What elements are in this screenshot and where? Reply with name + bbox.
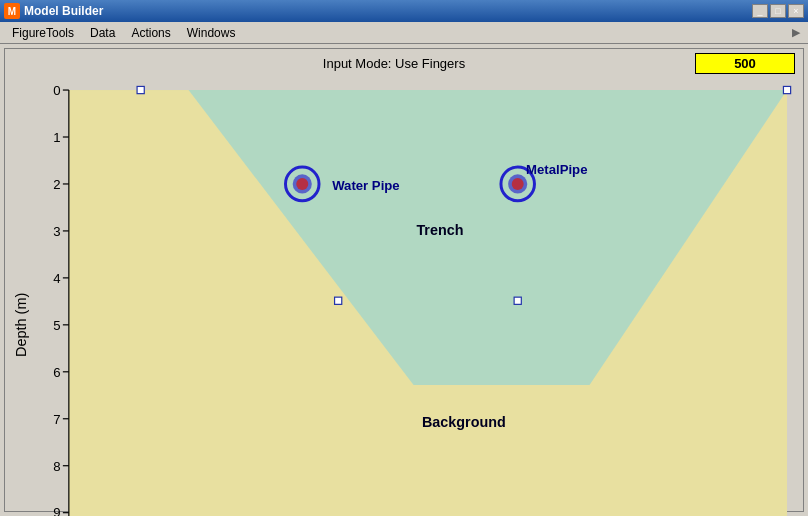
svg-text:8: 8 xyxy=(53,458,60,473)
frequency-display: 500 xyxy=(695,53,795,74)
menu-bar: FigureTools Data Actions Windows ▶ xyxy=(0,22,808,44)
svg-text:9: 9 xyxy=(53,505,60,516)
menu-figuretools[interactable]: FigureTools xyxy=(4,24,82,42)
menu-data[interactable]: Data xyxy=(82,24,123,42)
svg-text:7: 7 xyxy=(53,412,60,427)
maximize-button[interactable]: □ xyxy=(770,4,786,18)
y-axis-label: Depth (m) xyxy=(13,293,29,357)
menu-actions[interactable]: Actions xyxy=(123,24,178,42)
svg-text:5: 5 xyxy=(53,318,60,333)
svg-rect-55 xyxy=(783,86,790,93)
window-title: Model Builder xyxy=(24,4,103,18)
chart-svg: 0 2 4 6 8 10 12 14 16 xyxy=(9,78,799,516)
water-pipe-label: Water Pipe xyxy=(332,178,399,193)
menu-windows[interactable]: Windows xyxy=(179,24,244,42)
svg-point-50 xyxy=(296,178,308,190)
svg-point-53 xyxy=(512,178,524,190)
svg-text:2: 2 xyxy=(53,177,60,192)
svg-text:1: 1 xyxy=(53,130,60,145)
close-button[interactable]: × xyxy=(788,4,804,18)
svg-text:3: 3 xyxy=(53,224,60,239)
minimize-button[interactable]: _ xyxy=(752,4,768,18)
svg-rect-57 xyxy=(514,297,521,304)
app-icon: M xyxy=(4,3,20,19)
metal-pipe-label: MetalPipe xyxy=(526,162,587,177)
scroll-indicator: ▶ xyxy=(792,26,800,39)
svg-text:6: 6 xyxy=(53,365,60,380)
svg-rect-54 xyxy=(137,86,144,93)
input-mode-label: Input Mode: Use Fingers xyxy=(93,56,695,71)
title-bar: M Model Builder _ □ × xyxy=(0,0,808,22)
svg-text:4: 4 xyxy=(53,271,60,286)
plot-area: Input Mode: Use Fingers 500 xyxy=(4,48,804,512)
chart-container[interactable]: 0 2 4 6 8 10 12 14 16 xyxy=(9,78,799,516)
trench-label: Trench xyxy=(416,221,463,237)
svg-text:0: 0 xyxy=(53,83,60,98)
window-controls[interactable]: _ □ × xyxy=(752,4,804,18)
main-content: Input Mode: Use Fingers 500 xyxy=(0,44,808,516)
plot-header: Input Mode: Use Fingers 500 xyxy=(5,49,803,78)
svg-rect-56 xyxy=(335,297,342,304)
background-label: Background xyxy=(422,414,506,430)
